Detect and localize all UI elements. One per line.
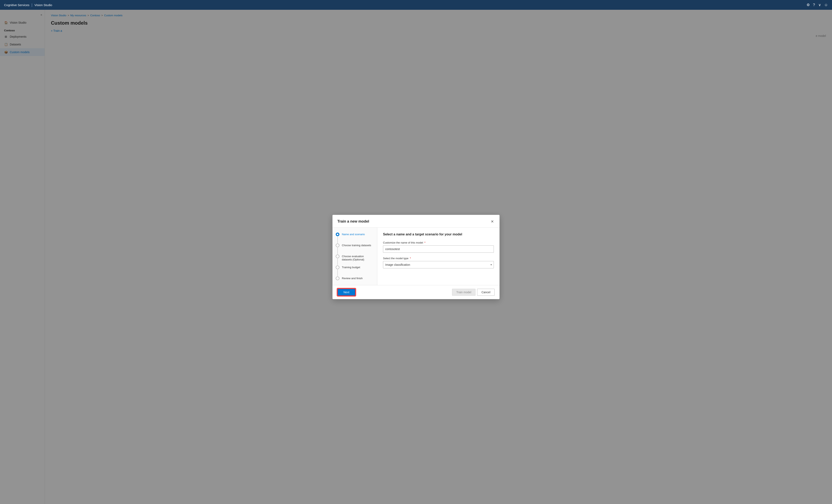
step-item-training-budget: Training budget (336, 266, 374, 276)
step-connector-3 (337, 259, 338, 265)
help-icon[interactable]: ? (813, 3, 815, 7)
app-name: Vision Studio (34, 3, 52, 7)
modal-title: Train a new model (337, 219, 369, 223)
step-label-3: Choose evaluation datasets (Optional) (342, 255, 374, 262)
step-line-container-5 (336, 276, 339, 280)
modal-body: Name and scenario Choose training datase… (333, 228, 499, 285)
train-model-button[interactable]: Train model (452, 289, 475, 296)
step-circle-5 (336, 276, 339, 280)
required-star-name: * (424, 241, 425, 244)
model-type-select-container: Image classification Object detection Pr… (383, 261, 494, 268)
model-type-select[interactable]: Image classification Object detection Pr… (383, 261, 494, 268)
settings-icon[interactable]: ⚙ (807, 3, 810, 7)
step-label-4: Training budget (342, 266, 360, 269)
form-section-title: Select a name and a target scenario for … (383, 233, 494, 236)
step-circle-4 (336, 266, 339, 269)
step-line-container-2 (336, 243, 339, 255)
form-label-type: Select the model type * (383, 257, 494, 260)
step-label-5: Review and finish (342, 276, 363, 280)
account-icon[interactable]: ☺ (824, 3, 828, 7)
step-line-container-1 (336, 233, 339, 243)
steps-panel: Name and scenario Choose training datase… (333, 228, 377, 285)
step-item-evaluation-datasets: Choose evaluation datasets (Optional) (336, 255, 374, 266)
step-item-name-and-scenario: Name and scenario (336, 233, 374, 243)
cancel-button[interactable]: Cancel (477, 289, 495, 296)
modal-dialog: Train a new model ✕ Name and scenario (333, 215, 499, 299)
form-group-type: Select the model type * Image classifica… (383, 257, 494, 268)
header-actions: ⚙ ? ∨ ☺ (807, 3, 828, 7)
step-connector-1 (337, 237, 338, 243)
form-group-name: Customize the name of this model * (383, 241, 494, 253)
step-item-training-datasets: Choose training datasets (336, 243, 374, 255)
form-label-name: Customize the name of this model * (383, 241, 494, 244)
header-branding: Cognitive Services | Vision Studio (4, 3, 52, 7)
step-circle-3 (336, 255, 339, 258)
modal-footer: Next Train model Cancel (333, 285, 499, 299)
form-panel: Select a name and a target scenario for … (377, 228, 499, 285)
header-separator: | (31, 3, 32, 7)
step-label-2: Choose training datasets (342, 243, 371, 247)
model-name-input[interactable] (383, 245, 494, 253)
modal-header: Train a new model ✕ (333, 215, 499, 228)
modal-overlay: Train a new model ✕ Name and scenario (0, 10, 832, 504)
step-item-review-finish: Review and finish (336, 276, 374, 280)
required-star-type: * (410, 257, 411, 260)
step-connector-4 (337, 270, 338, 276)
chevron-icon[interactable]: ∨ (818, 3, 821, 7)
step-line-container-3 (336, 255, 339, 266)
brand-name: Cognitive Services (4, 3, 29, 7)
step-circle-1 (336, 233, 339, 236)
step-label-1: Name and scenario (342, 233, 365, 236)
step-connector-2 (337, 248, 338, 254)
next-button[interactable]: Next (337, 289, 356, 296)
step-line-container-4 (336, 266, 339, 276)
modal-close-button[interactable]: ✕ (490, 219, 495, 224)
app-header: Cognitive Services | Vision Studio ⚙ ? ∨… (0, 0, 832, 10)
step-circle-2 (336, 243, 339, 247)
